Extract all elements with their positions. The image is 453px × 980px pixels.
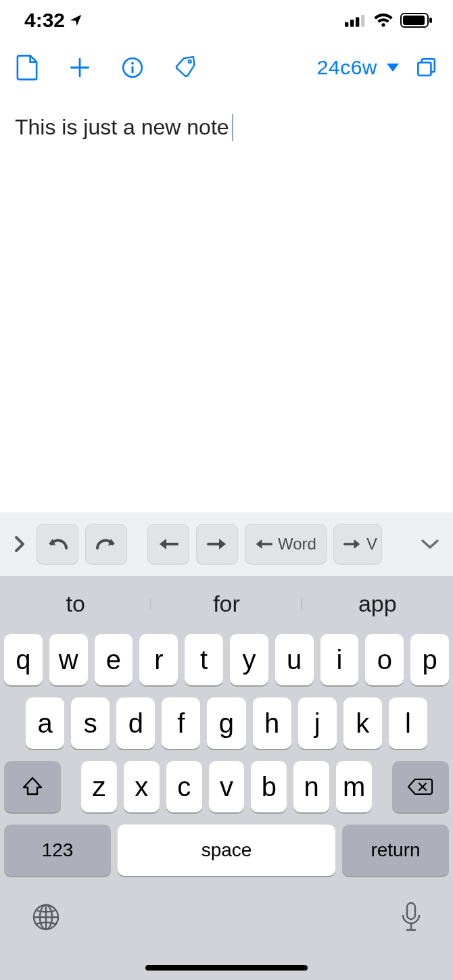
accessory-collapse-button[interactable] xyxy=(416,524,444,564)
word-right-label: V xyxy=(366,535,377,554)
keyboard-suggestions: to for app xyxy=(0,576,453,631)
key-d[interactable]: d xyxy=(116,697,155,749)
key-c[interactable]: c xyxy=(166,761,202,812)
cursor-left-button[interactable] xyxy=(147,524,189,564)
key-t[interactable]: t xyxy=(185,634,223,685)
accessory-expand-button[interactable] xyxy=(9,524,30,564)
arrow-left-icon xyxy=(255,538,272,550)
plus-icon xyxy=(68,56,91,79)
globe-key[interactable] xyxy=(31,902,61,935)
home-indicator[interactable] xyxy=(145,965,308,971)
key-o[interactable]: o xyxy=(365,634,404,685)
key-row-1: q w e r t y u i o p xyxy=(4,634,449,685)
keyboard-accessory-bar: Word V xyxy=(0,512,453,576)
backspace-icon xyxy=(407,777,434,797)
key-q[interactable]: q xyxy=(4,634,43,685)
key-b[interactable]: b xyxy=(251,761,287,812)
svg-rect-11 xyxy=(418,63,431,76)
microphone-icon xyxy=(400,902,422,933)
spacer xyxy=(379,761,385,812)
redo-icon xyxy=(95,536,118,552)
key-s[interactable]: s xyxy=(71,697,110,749)
key-f[interactable]: f xyxy=(162,697,200,749)
return-key[interactable]: return xyxy=(342,825,449,876)
info-button[interactable] xyxy=(120,55,145,80)
key-v[interactable]: v xyxy=(209,761,245,812)
add-button[interactable] xyxy=(68,55,92,80)
svg-rect-5 xyxy=(403,16,425,25)
svg-rect-9 xyxy=(132,66,134,74)
undo-button[interactable] xyxy=(37,524,78,564)
numbers-key[interactable]: 123 xyxy=(4,825,111,876)
key-r[interactable]: r xyxy=(139,634,178,685)
new-note-button[interactable] xyxy=(15,55,39,80)
arrow-right-icon xyxy=(207,537,227,551)
document-icon xyxy=(16,54,39,81)
chevron-right-icon xyxy=(14,535,26,554)
svg-point-8 xyxy=(131,62,134,65)
key-row-2: a s d f g h j k l xyxy=(4,697,449,749)
svg-rect-3 xyxy=(361,15,364,27)
key-row-4: 123 space return xyxy=(4,825,449,876)
backspace-key[interactable] xyxy=(392,761,449,812)
arrow-right-icon xyxy=(343,538,361,550)
redo-button[interactable] xyxy=(85,524,127,564)
key-g[interactable]: g xyxy=(207,697,245,749)
location-arrow-icon xyxy=(69,14,82,27)
key-z[interactable]: z xyxy=(81,761,117,812)
status-right xyxy=(345,13,433,28)
key-y[interactable]: y xyxy=(230,634,268,685)
word-left-label: Word xyxy=(278,535,316,554)
key-k[interactable]: k xyxy=(343,697,382,749)
on-screen-keyboard: to for app q w e r t y u i o p a s d f g… xyxy=(0,576,453,980)
app-toolbar: 24c6w xyxy=(0,41,453,95)
toolbar-left xyxy=(15,55,197,80)
arrow-left-icon xyxy=(158,537,178,551)
key-i[interactable]: i xyxy=(320,634,359,685)
tag-button[interactable] xyxy=(173,55,197,80)
key-h[interactable]: h xyxy=(253,697,291,749)
toolbar-right: 24c6w xyxy=(317,55,438,80)
info-icon xyxy=(121,56,144,79)
status-left: 4:32 xyxy=(24,9,82,32)
svg-rect-14 xyxy=(407,903,415,919)
cursor-right-button[interactable] xyxy=(196,524,238,564)
space-key[interactable]: space xyxy=(118,825,335,876)
key-rows: q w e r t y u i o p a s d f g h j k l xyxy=(0,631,453,876)
key-m[interactable]: m xyxy=(336,761,372,812)
copy-button[interactable] xyxy=(414,55,438,80)
battery-icon xyxy=(400,13,433,28)
key-u[interactable]: u xyxy=(275,634,314,685)
key-l[interactable]: l xyxy=(389,697,427,749)
word-right-button[interactable]: V xyxy=(333,524,382,564)
shift-icon xyxy=(21,775,44,798)
suggestion-2[interactable]: for xyxy=(151,591,302,617)
shift-key[interactable] xyxy=(4,761,61,812)
svg-rect-2 xyxy=(356,18,359,27)
chevron-down-icon xyxy=(420,538,440,550)
copy-icon xyxy=(414,56,437,79)
key-row-3: z x c v b n m xyxy=(4,761,449,812)
keyboard-bottom-row xyxy=(0,888,453,949)
word-left-button[interactable]: Word xyxy=(245,524,327,564)
dictation-key[interactable] xyxy=(400,902,422,935)
status-bar: 4:32 xyxy=(0,0,453,41)
undo-icon xyxy=(46,536,69,552)
key-p[interactable]: p xyxy=(410,634,449,685)
svg-rect-1 xyxy=(350,20,354,27)
note-id-label: 24c6w xyxy=(317,56,377,79)
status-time: 4:32 xyxy=(24,9,65,32)
tag-icon xyxy=(173,55,197,80)
spacer xyxy=(68,761,74,812)
suggestion-3[interactable]: app xyxy=(302,591,453,617)
key-e[interactable]: e xyxy=(95,634,133,685)
key-a[interactable]: a xyxy=(26,697,64,749)
key-n[interactable]: n xyxy=(293,761,329,812)
key-j[interactable]: j xyxy=(298,697,337,749)
text-cursor xyxy=(232,114,234,141)
key-x[interactable]: x xyxy=(124,761,160,812)
note-id-dropdown[interactable]: 24c6w xyxy=(317,56,399,79)
key-w[interactable]: w xyxy=(49,634,88,685)
note-editor[interactable]: This is just a new note xyxy=(0,95,453,514)
suggestion-1[interactable]: to xyxy=(0,591,151,617)
